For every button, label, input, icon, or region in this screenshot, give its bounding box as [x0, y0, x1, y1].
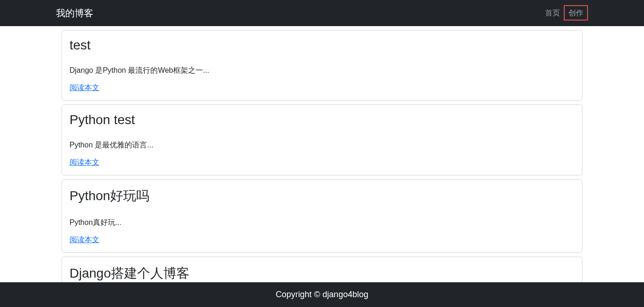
post-card: Python好玩吗 Python真好玩... 阅读本文	[62, 179, 582, 253]
footer: Copyright © django4blog	[0, 282, 644, 307]
read-more-link[interactable]: 阅读本文	[70, 84, 99, 91]
post-title: Python test	[70, 112, 574, 127]
post-card: Python test Python 是最优雅的语言... 阅读本文	[62, 105, 582, 175]
post-excerpt: Django 是Python 最流行的Web框架之一...	[70, 66, 574, 76]
read-more-link[interactable]: 阅读本文	[70, 236, 99, 244]
navbar-brand[interactable]: 我的博客	[56, 7, 93, 20]
read-more-link[interactable]: 阅读本文	[70, 158, 99, 166]
post-title: Django搭建个人博客	[70, 265, 574, 282]
navbar-nav: 首页 创作	[541, 8, 588, 18]
post-card: test Django 是Python 最流行的Web框架之一... 阅读本文	[62, 30, 582, 101]
post-title: Python好玩吗	[70, 187, 574, 205]
footer-copyright: Copyright © django4blog	[276, 290, 368, 299]
navbar: 我的博客 首页 创作	[0, 0, 644, 26]
post-excerpt: Python真好玩...	[70, 218, 574, 228]
nav-link-home[interactable]: 首页	[541, 5, 564, 21]
nav-link-create[interactable]: 创作	[564, 5, 588, 21]
main-content: test Django 是Python 最流行的Web框架之一... 阅读本文 …	[56, 26, 588, 307]
post-title: test	[70, 38, 574, 53]
post-excerpt: Python 是最优雅的语言...	[70, 140, 574, 150]
